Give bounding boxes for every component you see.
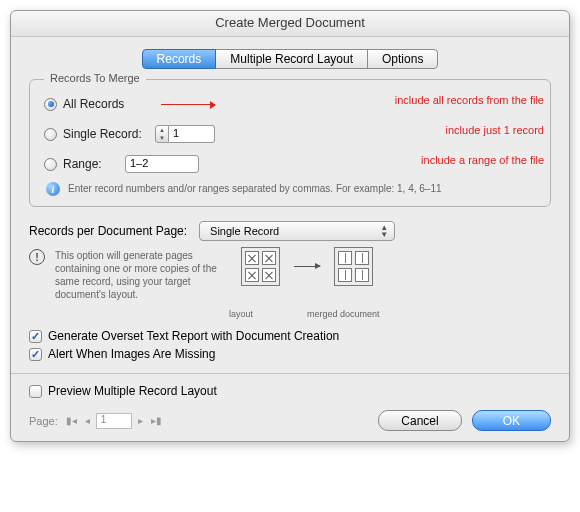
radio-all-records-label: All Records — [63, 97, 155, 111]
page-first-button[interactable]: ▮◂ — [64, 415, 79, 426]
checkbox-preview-label: Preview Multiple Record Layout — [48, 384, 217, 398]
tab-options[interactable]: Options — [367, 49, 438, 69]
diagram-label-merged: merged document — [307, 309, 380, 319]
checkbox-overset-report-label: Generate Overset Text Report with Docume… — [48, 329, 339, 343]
records-per-page-value: Single Record — [210, 225, 279, 237]
single-record-input[interactable]: 1 — [169, 125, 215, 143]
warning-icon: ! — [29, 249, 45, 265]
select-arrows-icon: ▲▼ — [380, 224, 388, 238]
range-input[interactable]: 1–2 — [125, 155, 199, 173]
diagram-merged-icon — [334, 247, 373, 286]
tab-bar: Records Multiple Record Layout Options — [29, 49, 551, 69]
dialog-title: Create Merged Document — [11, 11, 569, 37]
info-text: Enter record numbers and/or ranges separ… — [68, 182, 442, 195]
records-per-page-select[interactable]: Single Record ▲▼ — [199, 221, 395, 241]
annotation-range: include a range of the file — [421, 154, 544, 166]
tab-records[interactable]: Records — [142, 49, 217, 69]
records-to-merge-group: Records To Merge All Records include all… — [29, 79, 551, 207]
records-per-page-explain: This option will generate pages containi… — [55, 249, 225, 301]
radio-range[interactable] — [44, 158, 57, 171]
page-navigator: Page: ▮◂ ◂ 1 ▸ ▸▮ — [29, 413, 164, 429]
checkbox-alert-missing-images[interactable] — [29, 348, 42, 361]
annotation-all: include all records from the file — [395, 94, 544, 106]
radio-single-record-label: Single Record: — [63, 127, 155, 141]
dialog-window: Create Merged Document Records Multiple … — [10, 10, 570, 442]
tab-multiple-record-layout[interactable]: Multiple Record Layout — [215, 49, 368, 69]
radio-all-records[interactable] — [44, 98, 57, 111]
ok-button[interactable]: OK — [472, 410, 551, 431]
page-next-button[interactable]: ▸ — [136, 415, 145, 426]
page-last-button[interactable]: ▸▮ — [149, 415, 164, 426]
page-label: Page: — [29, 415, 58, 427]
diagram-layout-icon — [241, 247, 280, 286]
info-icon: i — [46, 182, 60, 196]
cancel-button[interactable]: Cancel — [378, 410, 461, 431]
annotation-single: include just 1 record — [446, 124, 544, 136]
page-input[interactable]: 1 — [96, 413, 132, 429]
checkbox-alert-missing-images-label: Alert When Images Are Missing — [48, 347, 215, 361]
radio-single-record[interactable] — [44, 128, 57, 141]
annotation-arrow-icon — [161, 104, 215, 105]
diagram-label-layout: layout — [229, 309, 253, 319]
group-title: Records To Merge — [44, 72, 146, 84]
single-record-stepper[interactable]: ▲▼ — [155, 125, 169, 143]
page-prev-button[interactable]: ◂ — [83, 415, 92, 426]
checkbox-overset-report[interactable] — [29, 330, 42, 343]
radio-range-label: Range: — [63, 157, 115, 171]
checkbox-preview[interactable] — [29, 385, 42, 398]
records-per-page-label: Records per Document Page: — [29, 224, 187, 238]
layout-diagram — [241, 247, 373, 286]
diagram-arrow-icon — [294, 266, 320, 267]
